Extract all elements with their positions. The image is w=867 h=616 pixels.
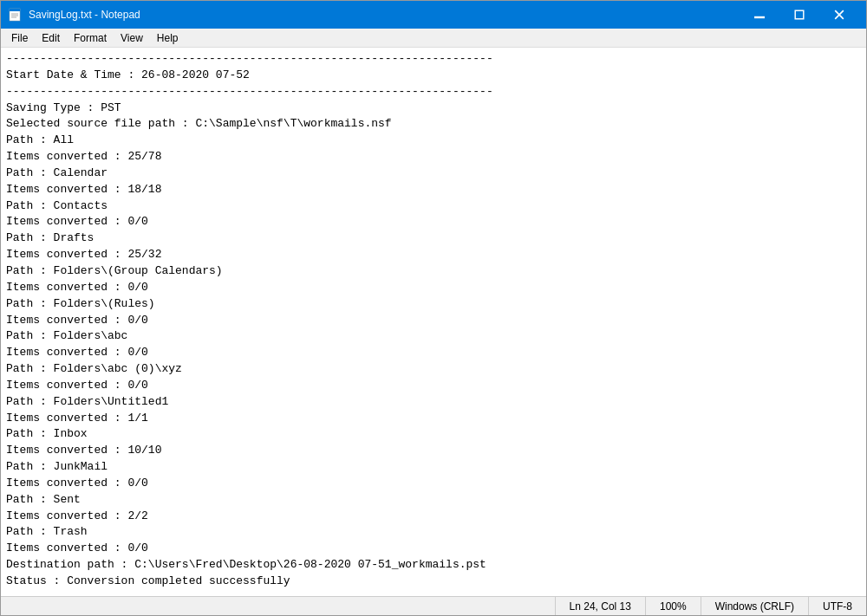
menu-edit[interactable]: Edit: [35, 30, 67, 46]
minimize-button[interactable]: [740, 1, 779, 29]
text-content[interactable]: ----------------------------------------…: [1, 48, 866, 596]
title-bar: SavingLog.txt - Notepad: [1, 1, 866, 29]
menu-view[interactable]: View: [114, 30, 150, 46]
title-bar-buttons: [740, 1, 859, 29]
menu-format[interactable]: Format: [67, 30, 114, 46]
cursor-position: Ln 24, Col 13: [555, 597, 645, 615]
menu-file[interactable]: File: [4, 30, 35, 46]
maximize-button[interactable]: [779, 1, 819, 29]
zoom-level: 100%: [645, 597, 701, 615]
svg-rect-5: [754, 16, 765, 17]
app-icon: [8, 8, 22, 22]
menu-bar: File Edit Format View Help: [1, 29, 866, 48]
svg-rect-1: [10, 9, 20, 11]
close-button[interactable]: [819, 1, 859, 29]
status-bar: Ln 24, Col 13 100% Windows (CRLF) UTF-8: [1, 596, 866, 615]
window-title: SavingLog.txt - Notepad: [29, 9, 740, 21]
svg-rect-6: [795, 10, 804, 19]
close-icon: [834, 10, 844, 20]
menu-help[interactable]: Help: [150, 30, 186, 46]
maximize-icon: [794, 10, 805, 20]
line-ending: Windows (CRLF): [701, 597, 808, 615]
minimize-icon: [754, 10, 765, 20]
notepad-window: SavingLog.txt - Notepad File Edit Format…: [0, 0, 867, 616]
encoding: UTF-8: [808, 597, 866, 615]
